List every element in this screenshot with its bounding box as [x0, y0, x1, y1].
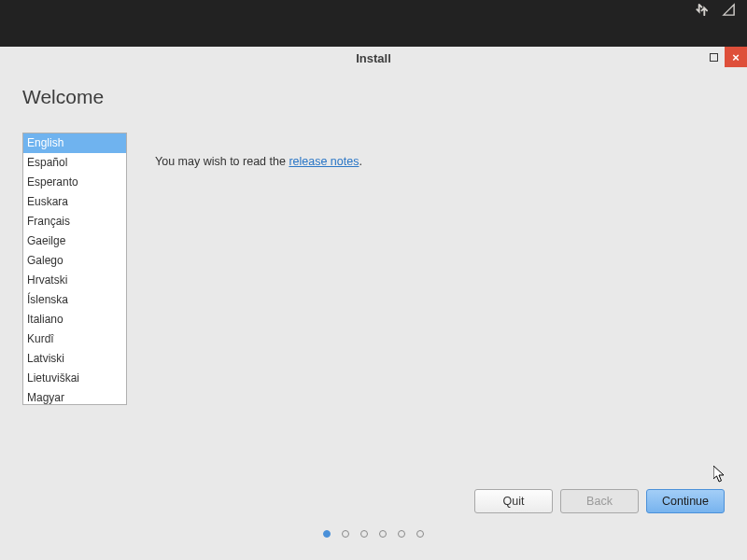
language-list[interactable]: EnglishEspañolEsperantoEuskaraFrançaisGa…: [22, 133, 127, 405]
top-panel: [0, 0, 747, 23]
language-item[interactable]: Italiano: [23, 310, 126, 329]
info-prefix: You may wish to read the: [155, 155, 289, 168]
release-notes-link[interactable]: release notes: [289, 155, 359, 168]
language-item[interactable]: Español: [23, 153, 126, 173]
language-item[interactable]: Hrvatski: [23, 271, 126, 290]
language-item[interactable]: Íslenska: [23, 290, 126, 310]
close-button[interactable]: ×: [725, 47, 747, 67]
button-row: Quit Back Continue: [22, 485, 725, 521]
progress-dot: [379, 530, 387, 538]
language-item[interactable]: Lietuviškai: [23, 369, 126, 388]
language-item[interactable]: Gaeilge: [23, 231, 126, 251]
progress-dot: [323, 530, 331, 538]
progress-dot: [398, 530, 405, 538]
titlebar-controls: ×: [702, 47, 747, 69]
progress-dot: [360, 530, 368, 538]
titlebar: Install ×: [0, 47, 747, 69]
installer-window: Install × Welcome EnglishEspañolEsperant…: [0, 47, 747, 560]
language-item[interactable]: Français: [23, 212, 126, 231]
language-item[interactable]: Galego: [23, 251, 126, 271]
maximize-button[interactable]: [702, 47, 725, 67]
language-item[interactable]: Kurdî: [23, 329, 126, 349]
progress-dot: [342, 530, 349, 538]
language-item[interactable]: Latviski: [23, 349, 126, 369]
window-title: Install: [356, 51, 391, 65]
progress-dot: [416, 530, 424, 538]
quit-button[interactable]: Quit: [474, 489, 553, 513]
network-icon[interactable]: [695, 3, 709, 21]
desktop: Install × Welcome EnglishEspañolEsperant…: [0, 23, 747, 560]
language-item[interactable]: English: [23, 133, 126, 153]
language-item[interactable]: Euskara: [23, 192, 126, 212]
page-title: Welcome: [22, 86, 725, 108]
continue-button[interactable]: Continue: [646, 489, 725, 513]
content-area: Welcome EnglishEspañolEsperantoEuskaraFr…: [0, 69, 747, 560]
language-item[interactable]: Esperanto: [23, 173, 126, 192]
volume-icon[interactable]: [722, 3, 736, 21]
info-text: You may wish to read the release notes.: [155, 155, 362, 485]
language-item[interactable]: Magyar: [23, 388, 126, 405]
progress-dots: [22, 521, 725, 551]
body-row: EnglishEspañolEsperantoEuskaraFrançaisGa…: [22, 133, 725, 485]
info-suffix: .: [359, 155, 361, 168]
back-button: Back: [560, 489, 639, 513]
